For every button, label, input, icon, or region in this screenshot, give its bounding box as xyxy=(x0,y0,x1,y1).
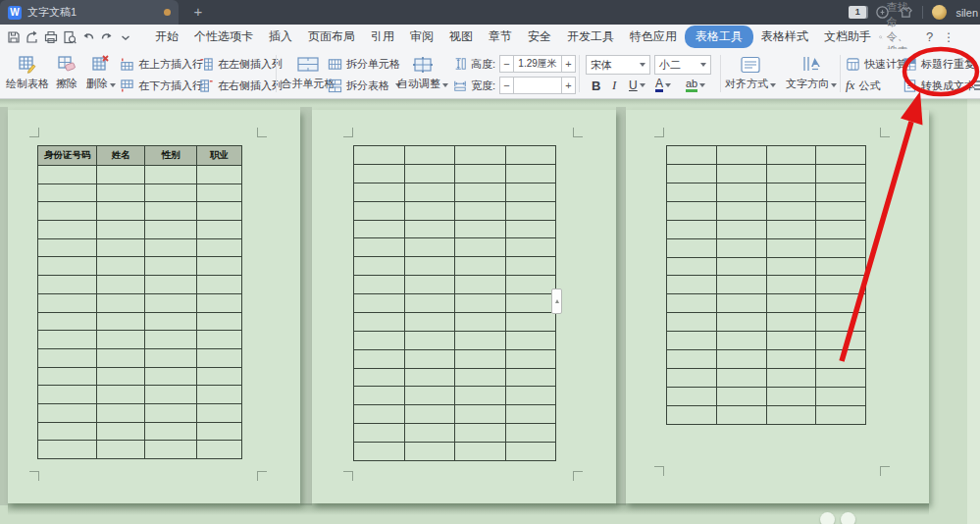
table-cell[interactable] xyxy=(505,201,556,220)
menu-dev-tools[interactable]: 开发工具 xyxy=(559,26,622,48)
table-cell[interactable] xyxy=(816,146,866,165)
table-cell[interactable] xyxy=(404,405,455,424)
table-cell[interactable] xyxy=(766,405,816,424)
menu-table-tools[interactable]: 表格工具 xyxy=(685,26,753,48)
menu-section[interactable]: 章节 xyxy=(481,26,520,48)
document-table[interactable] xyxy=(353,145,556,461)
table-cell[interactable] xyxy=(404,164,455,183)
table-cell[interactable] xyxy=(354,164,405,183)
table-cell[interactable] xyxy=(667,201,717,220)
menu-table-style[interactable]: 表格样式 xyxy=(753,26,816,48)
table-cell[interactable] xyxy=(145,348,197,367)
table-cell[interactable] xyxy=(816,257,866,276)
table-cell[interactable] xyxy=(667,387,717,405)
table-cell[interactable] xyxy=(766,220,816,238)
table-cell[interactable] xyxy=(816,350,866,369)
table-cell[interactable] xyxy=(197,386,242,404)
print-icon[interactable] xyxy=(43,29,59,45)
quick-calc-button[interactable]: 快速计算 xyxy=(846,55,907,73)
width-decrease-button[interactable]: − xyxy=(499,77,514,94)
table-cell[interactable] xyxy=(816,201,866,220)
table-cell[interactable] xyxy=(145,221,197,239)
menu-security[interactable]: 安全 xyxy=(520,26,559,48)
help-button[interactable]: ? xyxy=(926,29,933,44)
table-cell[interactable] xyxy=(354,349,405,368)
table-cell[interactable] xyxy=(354,331,405,349)
table-cell[interactable] xyxy=(505,276,556,294)
table-cell[interactable] xyxy=(455,257,506,276)
table-cell[interactable] xyxy=(354,257,405,276)
table-cell[interactable] xyxy=(197,348,242,367)
table-cell[interactable] xyxy=(145,367,197,386)
height-increase-button[interactable]: + xyxy=(561,55,576,73)
table-cell[interactable] xyxy=(354,312,405,331)
table-cell[interactable] xyxy=(716,350,766,369)
table-cell[interactable] xyxy=(455,146,506,165)
floating-dot[interactable] xyxy=(841,512,855,524)
table-cell[interactable] xyxy=(38,221,97,239)
table-cell[interactable] xyxy=(404,276,455,294)
height-value[interactable]: 1.29厘米 xyxy=(514,55,561,73)
table-cell[interactable] xyxy=(455,424,506,443)
table-cell[interactable] xyxy=(766,183,816,201)
table-cell[interactable] xyxy=(145,331,197,349)
table-cell[interactable] xyxy=(145,312,197,331)
table-cell[interactable] xyxy=(766,276,816,294)
table-cell[interactable] xyxy=(455,331,506,349)
table-cell[interactable] xyxy=(505,331,556,349)
table-cell[interactable] xyxy=(197,276,242,294)
table-cell[interactable] xyxy=(404,368,455,387)
table-cell[interactable] xyxy=(354,238,405,257)
table-header-cell[interactable]: 性别 xyxy=(145,146,197,166)
table-cell[interactable] xyxy=(505,405,556,424)
align-button[interactable]: 对齐方式 xyxy=(724,52,777,91)
table-cell[interactable] xyxy=(505,368,556,387)
table-cell[interactable] xyxy=(404,257,455,276)
table-cell[interactable] xyxy=(816,387,866,405)
table-cell[interactable] xyxy=(766,146,816,165)
table-cell[interactable] xyxy=(197,221,242,239)
table-cell[interactable] xyxy=(404,331,455,349)
table-cell[interactable] xyxy=(505,387,556,405)
table-cell[interactable] xyxy=(97,293,145,312)
table-cell[interactable] xyxy=(667,183,717,201)
table-cell[interactable] xyxy=(97,367,145,386)
table-cell[interactable] xyxy=(354,405,405,424)
menu-doc-assistant[interactable]: 文档助手 xyxy=(816,26,879,48)
text-direction-button[interactable]: 文字方向 xyxy=(785,52,838,91)
table-cell[interactable] xyxy=(38,257,97,276)
document-table[interactable]: 身份证号码姓名性别职业 xyxy=(37,145,242,459)
table-cell[interactable] xyxy=(197,312,242,331)
table-cell[interactable] xyxy=(816,183,866,201)
table-cell[interactable] xyxy=(97,257,145,276)
table-cell[interactable] xyxy=(667,369,717,388)
width-increase-button[interactable]: + xyxy=(561,77,576,94)
table-cell[interactable] xyxy=(716,146,766,165)
table-cell[interactable] xyxy=(766,369,816,388)
table-cell[interactable] xyxy=(38,386,97,404)
menu-references[interactable]: 引用 xyxy=(363,26,402,48)
table-cell[interactable] xyxy=(716,313,766,332)
table-cell[interactable] xyxy=(766,294,816,313)
insert-col-right-button[interactable]: 在右侧插入列 xyxy=(199,77,283,94)
table-cell[interactable] xyxy=(716,238,766,257)
table-cell[interactable] xyxy=(455,368,506,387)
menu-page-layout[interactable]: 页面布局 xyxy=(300,26,363,48)
table-cell[interactable] xyxy=(667,294,717,313)
table-cell[interactable] xyxy=(97,166,145,184)
table-cell[interactable] xyxy=(404,424,455,443)
erase-button[interactable]: 擦除 xyxy=(51,52,82,91)
table-cell[interactable] xyxy=(505,294,556,313)
export-icon[interactable] xyxy=(25,29,40,45)
table-cell[interactable] xyxy=(716,294,766,313)
split-table-button[interactable]: 拆分表格 xyxy=(328,77,401,94)
table-cell[interactable] xyxy=(455,294,506,313)
table-cell[interactable] xyxy=(197,441,242,459)
table-cell[interactable] xyxy=(667,164,717,183)
table-cell[interactable] xyxy=(354,276,405,294)
table-cell[interactable] xyxy=(667,257,717,276)
menu-special-apps[interactable]: 特色应用 xyxy=(622,26,685,48)
table-cell[interactable] xyxy=(716,201,766,220)
vertical-scrollbar[interactable] xyxy=(967,99,980,524)
table-cell[interactable] xyxy=(404,220,455,238)
